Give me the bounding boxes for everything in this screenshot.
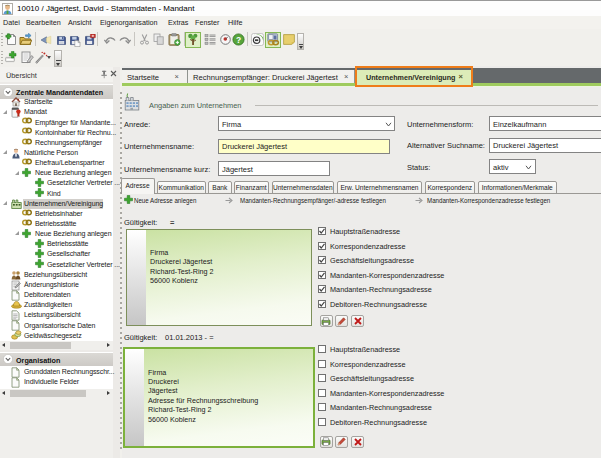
svg-text:?: ? — [235, 35, 240, 45]
